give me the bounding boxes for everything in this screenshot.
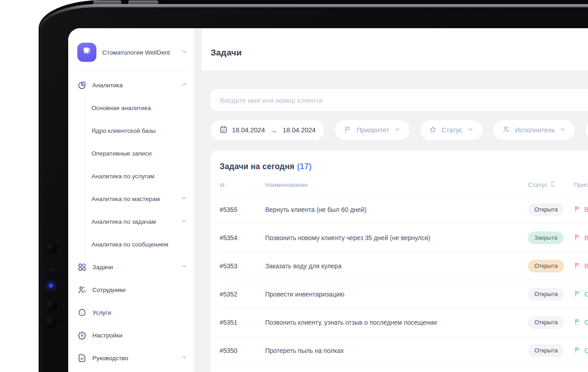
sidebar-item-guide[interactable]: Руководство	[77, 347, 188, 369]
task-priority: Средний	[574, 290, 588, 298]
task-id: #5352	[220, 291, 265, 298]
table-row[interactable]: #5355 Вернуть клиента (не был 60 дней) О…	[220, 195, 588, 223]
table-header-row: id Наименование Статус Приоритет	[220, 174, 588, 195]
tooth-icon	[81, 45, 93, 59]
sidebar-subitem-main-analytics[interactable]: Основная аналитика	[91, 96, 188, 119]
workspace-name: Стоматология WellDent	[102, 49, 170, 56]
flag-icon	[574, 234, 581, 242]
tasks-title-text: Задачи на сегодня	[220, 162, 294, 171]
column-header-status[interactable]: Статус	[528, 181, 574, 189]
subitem-label: Оперативные записи	[91, 150, 151, 157]
sidebar-subitem-messages-analytics[interactable]: Аналитика по сообщением	[91, 233, 188, 256]
chevron-down-icon	[181, 48, 188, 57]
search-input[interactable]	[211, 89, 588, 111]
assignee-filter-label: Исполнитель	[515, 126, 555, 134]
sidebar-item-settings[interactable]: Настройки	[77, 324, 188, 347]
sidebar-divider	[77, 70, 187, 71]
table-row[interactable]: #5350 Протереть пыль на полках Открыта С…	[220, 336, 588, 365]
sidebar-item-label: Задачи	[92, 264, 113, 271]
priority-filter-label: Приоритет	[357, 126, 389, 134]
tablet-camera-indicator	[47, 282, 55, 289]
sidebar-subitem-tasks-analytics[interactable]: Аналитика по задачам	[91, 210, 188, 233]
page-title: Задачи	[211, 48, 242, 58]
chevron-down-icon	[559, 126, 566, 134]
chevron-down-icon	[467, 126, 474, 134]
sidebar-item-employees[interactable]: Сотрудники	[77, 278, 188, 301]
bag-icon	[77, 308, 87, 317]
sidebar-item-services[interactable]: Услуги	[77, 301, 188, 324]
date-range-picker[interactable]: 18.04.2024 → 18.04.2024	[211, 120, 324, 140]
tasks-card-title: Задачи на сегодня(17)	[220, 162, 588, 171]
table-row[interactable]: #5354 Позвонить новому клиенту через 35 …	[220, 223, 588, 251]
task-priority: Высокий	[574, 262, 588, 270]
task-id: #5355	[220, 206, 265, 213]
sidebar-item-label: Руководство	[92, 355, 128, 362]
column-header-priority: Приоритет	[574, 181, 588, 188]
subitem-label: Основная аналитика	[91, 105, 151, 111]
flag-icon	[574, 290, 581, 298]
column-header-name: Наименование	[265, 181, 528, 188]
status-badge: Открыта	[528, 288, 564, 301]
flag-icon	[574, 206, 581, 214]
column-header-id: id	[220, 181, 265, 188]
sidebar-subitem-masters-analytics[interactable]: Аналитика по мастерам	[91, 187, 188, 210]
sidebar-item-tasks[interactable]: Задачи	[77, 256, 188, 278]
flag-icon	[344, 126, 352, 135]
task-name: Протереть пыль на полках	[265, 347, 528, 354]
task-name: Позвонить клиенту, узнать отзыв о послед…	[265, 319, 528, 326]
table-row[interactable]: #5352 Провести инвентаризацию Открыта Ср…	[220, 280, 588, 308]
task-id: #5351	[220, 319, 265, 326]
sidebar-item-label: Услуги	[92, 309, 111, 316]
task-name: Вернуть клиента (не был 60 дней)	[265, 206, 528, 213]
priority-filter[interactable]: Приоритет	[335, 120, 409, 140]
grid-icon	[77, 262, 87, 272]
sidebar-subitem-client-base-core[interactable]: Ядро клиентской базы	[91, 119, 188, 142]
pie-chart-icon	[77, 80, 87, 90]
chevron-up-icon	[181, 81, 188, 89]
tasks-count: (17)	[297, 162, 312, 171]
chevron-down-icon	[181, 195, 187, 203]
task-name: Провести инвентаризацию	[265, 291, 528, 298]
assignee-filter[interactable]: Исполнитель	[493, 120, 575, 140]
users-group-icon	[502, 125, 511, 135]
table-row[interactable]: #5353 Заказать воду для кулера Открыта В…	[220, 251, 588, 280]
status-badge: Открыта	[528, 203, 564, 216]
task-id: #5350	[220, 347, 265, 354]
subitem-label: Аналитика по услугам	[91, 173, 155, 180]
analytics-submenu: Основная аналитика Ядро клиентской базы …	[85, 96, 188, 256]
date-to: 18.04.2024	[283, 126, 316, 134]
workspace-switcher[interactable]: Стоматология WellDent	[77, 43, 188, 62]
calendar-icon	[219, 125, 228, 135]
flag-icon	[574, 262, 581, 270]
page-background: Стоматология WellDent А	[0, 0, 588, 372]
sidebar: Стоматология WellDent А	[68, 28, 194, 372]
task-priority: Средний	[574, 347, 588, 355]
sidebar-subitem-services-analytics[interactable]: Аналитика по услугам	[91, 165, 188, 187]
chevron-down-icon	[394, 126, 401, 134]
tablet-camera-lens	[45, 300, 57, 312]
status-filter[interactable]: Статус	[420, 120, 482, 140]
assigned-by-filter[interactable]: Кем назначено	[586, 120, 588, 140]
main-area: Задачи 18.	[202, 28, 588, 372]
app-screen: Стоматология WellDent А	[68, 28, 588, 372]
top-bar: Задачи	[202, 28, 588, 70]
sidebar-item-label: Настройки	[92, 332, 122, 339]
status-filter-label: Статус	[442, 126, 462, 134]
chevron-down-icon	[181, 263, 188, 271]
status-badge: Открыта	[528, 344, 564, 357]
subitem-label: Аналитика по задачам	[91, 218, 156, 225]
date-from: 18.04.2024	[232, 126, 265, 134]
users-icon	[77, 285, 87, 295]
document-icon	[77, 353, 87, 363]
status-badge: Открыта	[528, 260, 564, 272]
task-name: Позвонить новому клиенту через 35 дней (…	[265, 234, 528, 241]
task-priority: Средний	[574, 318, 588, 327]
sidebar-item-analytics[interactable]: Аналитика	[77, 74, 188, 96]
sidebar-subitem-operational-records[interactable]: Оперативные записи	[91, 142, 188, 165]
chevron-down-icon	[181, 218, 187, 226]
table-row[interactable]: #5351 Позвонить клиенту, узнать отзыв о …	[220, 308, 588, 336]
task-priority: Высокий	[574, 206, 588, 214]
sidebar-item-label: Аналитика	[92, 82, 123, 89]
flag-icon	[574, 347, 581, 355]
chevron-down-icon	[181, 354, 188, 362]
